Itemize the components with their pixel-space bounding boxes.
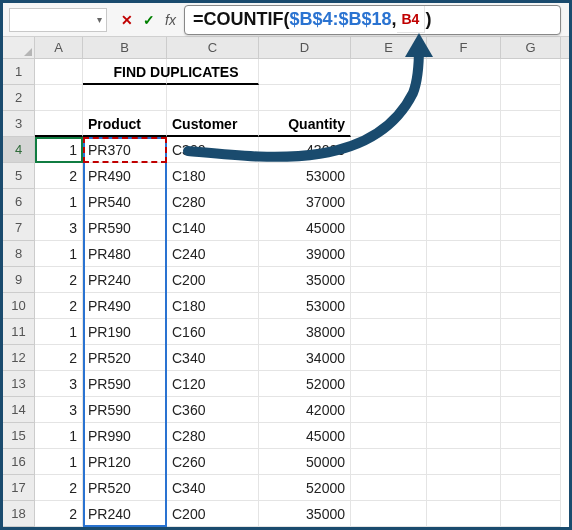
cell[interactable] [259,59,351,85]
cell[interactable] [501,371,561,397]
cell[interactable] [501,85,561,111]
cell[interactable]: C340 [167,345,259,371]
cell[interactable]: C160 [167,319,259,345]
cell[interactable]: 52000 [259,475,351,501]
cell[interactable] [427,345,501,371]
cell[interactable]: 43000 [259,137,351,163]
row-header[interactable]: 12 [3,345,35,371]
cell[interactable] [351,241,427,267]
cancel-icon[interactable]: ✕ [121,12,133,28]
col-header-D[interactable]: D [259,37,351,58]
cell[interactable]: PR590 [83,371,167,397]
cell[interactable]: PR480 [83,241,167,267]
col-header-C[interactable]: C [167,37,259,58]
cell[interactable] [35,85,83,111]
cell[interactable] [351,59,427,85]
cell[interactable]: 34000 [259,345,351,371]
col-header-E[interactable]: E [351,37,427,58]
cell[interactable] [427,267,501,293]
cell[interactable] [501,189,561,215]
cell[interactable] [427,423,501,449]
cell[interactable]: PR520 [83,475,167,501]
row-header[interactable]: 11 [3,319,35,345]
cell[interactable]: PR240 [83,501,167,527]
col-header-B[interactable]: B [83,37,167,58]
cell[interactable] [501,163,561,189]
cell[interactable] [351,293,427,319]
cell[interactable] [427,501,501,527]
cell[interactable]: C200 [167,267,259,293]
cell[interactable]: 2 [35,267,83,293]
cell[interactable]: 53000 [259,293,351,319]
cell[interactable]: PR120 [83,449,167,475]
row-header[interactable]: 14 [3,397,35,423]
cell[interactable] [501,241,561,267]
cell[interactable]: 2 [35,501,83,527]
col-header-F[interactable]: F [427,37,501,58]
cell[interactable] [501,111,561,137]
cell[interactable] [351,423,427,449]
cell[interactable] [501,423,561,449]
row-header[interactable]: 2 [3,85,35,111]
cell[interactable] [501,501,561,527]
cell[interactable] [501,345,561,371]
cell[interactable]: C180 [167,163,259,189]
cell[interactable]: 39000 [259,241,351,267]
name-box[interactable]: ▾ [9,8,107,32]
cell[interactable]: C240 [167,241,259,267]
cell[interactable] [351,111,427,137]
cell[interactable] [351,449,427,475]
cell[interactable]: C340 [167,475,259,501]
col-header-G[interactable]: G [501,37,561,58]
cell[interactable] [351,267,427,293]
row-header[interactable]: 6 [3,189,35,215]
row-header[interactable]: 1 [3,59,35,85]
cell[interactable] [427,293,501,319]
row-header[interactable]: 13 [3,371,35,397]
cell[interactable]: 1 [35,241,83,267]
header-quantity[interactable]: Quantity [259,111,351,137]
cell[interactable]: C260 [167,449,259,475]
cell[interactable]: C360 [167,397,259,423]
cell[interactable] [501,59,561,85]
cell[interactable] [167,59,259,85]
row-header[interactable]: 5 [3,163,35,189]
cell[interactable]: 1 [35,189,83,215]
cell[interactable]: 42000 [259,397,351,423]
cell[interactable] [351,85,427,111]
cell[interactable] [501,215,561,241]
cell[interactable] [351,475,427,501]
cell[interactable] [351,215,427,241]
row-header[interactable]: 18 [3,501,35,527]
cell[interactable] [351,371,427,397]
cell[interactable] [351,501,427,527]
header-customer[interactable]: Customer [167,111,259,137]
cell[interactable] [427,319,501,345]
row-header[interactable]: 4 [3,137,35,163]
cell[interactable] [259,85,351,111]
cell[interactable]: 38000 [259,319,351,345]
cell[interactable]: 35000 [259,267,351,293]
cell[interactable]: PR590 [83,215,167,241]
cell[interactable] [427,137,501,163]
header-product[interactable]: Product [83,111,167,137]
cell[interactable]: 1 [35,319,83,345]
select-all-corner[interactable] [3,37,35,58]
cell[interactable] [351,319,427,345]
cell[interactable]: 53000 [259,163,351,189]
cell[interactable] [427,397,501,423]
cell[interactable] [351,163,427,189]
cell[interactable] [35,111,83,137]
cell[interactable]: 50000 [259,449,351,475]
cell[interactable] [501,137,561,163]
cell[interactable]: 2 [35,293,83,319]
row-header[interactable]: 10 [3,293,35,319]
cell[interactable] [427,59,501,85]
title-cell[interactable]: FIND DUPLICATES [83,59,167,85]
cell[interactable]: PR490 [83,293,167,319]
cell[interactable]: C140 [167,215,259,241]
cell[interactable] [427,371,501,397]
cell[interactable]: 1 [35,449,83,475]
cell[interactable]: PR490 [83,163,167,189]
cell[interactable]: C120 [167,371,259,397]
